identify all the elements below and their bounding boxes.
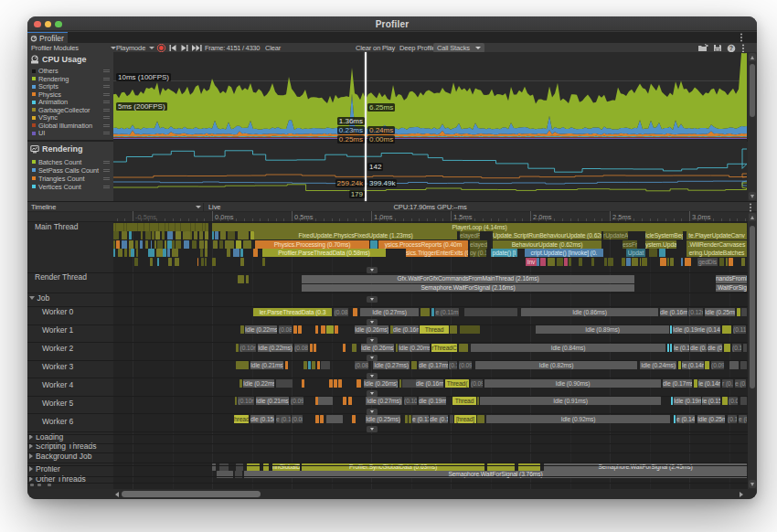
timeline-bar-behaviourupdate-0-62ms[interactable]: BehaviourUpdate (0.62ms) (493, 240, 601, 249)
timeline-bar-0-08[interactable]: (0.08 (334, 308, 348, 316)
timeline-bar[interactable] (303, 361, 307, 369)
expand-thread-button[interactable] (367, 337, 378, 344)
legend-drag-grip-icon[interactable] (103, 169, 110, 172)
timeline-bar[interactable] (219, 240, 223, 249)
timeline-bar[interactable] (670, 344, 672, 352)
timeline-bar[interactable] (564, 258, 568, 266)
timeline-bar[interactable] (604, 258, 607, 266)
timeline-bar[interactable] (302, 379, 304, 388)
timeline-bar[interactable] (213, 240, 218, 249)
timeline-bar[interactable] (321, 325, 325, 334)
timeline-bar-semaphore-waitforsignal-2-16ms[interactable]: Semaphore.WaitForSignal (2.16ms) (302, 284, 634, 293)
expand-thread-button[interactable] (367, 267, 378, 273)
timeline-bar[interactable] (197, 258, 199, 266)
timeline-bar[interactable] (370, 240, 378, 249)
scrollbar-thumb[interactable] (750, 64, 755, 117)
timeline-bar[interactable] (238, 231, 249, 239)
timeline-bar[interactable] (212, 231, 214, 239)
timeline-bar-te-playerupdatecanv[interactable]: te.PlayerUpdateCanv (687, 231, 747, 239)
timeline-bar-0-09[interactable]: (0.09 (471, 379, 483, 388)
timeline-bar[interactable] (357, 379, 361, 388)
timeline-bar[interactable] (402, 379, 416, 388)
expand-thread-button[interactable] (367, 319, 378, 325)
legend-drag-grip-icon[interactable] (103, 78, 110, 80)
timeline-bar[interactable] (321, 361, 330, 369)
previous-frame-button[interactable] (168, 44, 177, 52)
window-titlebar[interactable]: Profiler (27, 16, 757, 31)
timeline-bar-r-0-10r[interactable]: r (0.10r (722, 379, 733, 388)
timeline-bar-0-08[interactable]: (0.08 (279, 325, 292, 334)
legend-drag-grip-icon[interactable] (103, 85, 110, 88)
timeline-bar[interactable] (176, 240, 181, 249)
legend-drag-grip-icon[interactable] (103, 186, 110, 188)
timeline-bar-idle-0-19ms[interactable]: Idle (0.19ms) (674, 397, 701, 405)
timeline-bar-idle-0-91ms[interactable]: Idle (0.91ms) (480, 397, 661, 405)
timeline-bar[interactable] (660, 258, 666, 266)
timeline-vertical-scrollbar[interactable] (748, 212, 757, 489)
timeline-bar-idle-0-22ms[interactable]: Idle (0.22ms) (245, 325, 277, 334)
timeline-bar-cript-update-invoke-0[interactable]: cript.Update() [Invoke] (0. (525, 249, 603, 257)
timeline-bar[interactable] (192, 240, 197, 249)
legend-drag-grip-icon[interactable] (103, 93, 110, 96)
timeline-bar-willrendercanvases[interactable]: .WillRenderCanvases (687, 240, 747, 249)
charts-vertical-scrollbar[interactable] (748, 52, 757, 201)
timeline-bar-idle-0-27ms[interactable]: Idle (0.27ms) (360, 308, 419, 316)
scroll-down-button[interactable] (749, 480, 756, 488)
timeline-bar[interactable] (157, 240, 163, 249)
timeline-bar-ysics-processreports-0-40m[interactable]: ysics.ProcessReports (0.40m (378, 240, 468, 249)
timeline-bar[interactable] (175, 258, 179, 266)
timeline-bar[interactable] (205, 231, 208, 239)
timeline-bar[interactable] (157, 258, 159, 266)
timeline-bar[interactable] (308, 361, 311, 369)
legend-drag-grip-icon[interactable] (103, 69, 110, 72)
timeline-bar[interactable] (722, 397, 728, 405)
timeline-tracks[interactable]: Main ThreadRender ThreadJobWorker 0Worke… (27, 222, 757, 489)
scrollbar-thumb[interactable] (750, 226, 755, 388)
timeline-bar-inv[interactable]: Inv (526, 258, 537, 266)
timeline-bar[interactable] (148, 249, 154, 257)
legend-drag-grip-icon[interactable] (103, 101, 110, 103)
timeline-bar[interactable] (671, 397, 673, 405)
timeline-bar-idle-0-25ms[interactable]: Idle (0.25ms) (705, 308, 735, 316)
timeline-bar-0-10[interactable]: (0.10) (404, 397, 417, 405)
timeline-bar[interactable] (240, 249, 243, 257)
timeline-bar[interactable] (205, 249, 208, 257)
timeline-bar[interactable] (145, 240, 148, 249)
scroll-up-button[interactable] (749, 53, 756, 61)
expand-thread-button[interactable] (367, 373, 378, 379)
timeline-bar[interactable] (726, 258, 728, 266)
timeline-bar-0-12m[interactable]: (0.12m (688, 308, 703, 316)
timeline-bar-idle-0-25ms[interactable]: Idle (0.25ms) (697, 415, 725, 423)
timeline-bar[interactable] (151, 240, 153, 249)
timeline-bar[interactable] (118, 249, 123, 257)
timeline-bar-0-08[interactable]: (0.08 (729, 397, 738, 405)
timeline-bar-idle-0-27ms[interactable]: Idle (0.27ms) (366, 397, 402, 405)
timeline-bar-ystem-update[interactable]: ystem.Update (645, 240, 676, 249)
tab-profiler[interactable]: Profiler (27, 32, 68, 43)
timeline-bar-dle-0-16ms[interactable]: dle (0.16ms (660, 308, 687, 316)
expand-thread-button[interactable] (367, 390, 378, 397)
timeline-bar-e-0-11m[interactable]: e (0.11m (435, 308, 459, 316)
timeline-bar-rthreadc[interactable]: rThreadC (431, 344, 457, 352)
timeline-bar[interactable] (236, 361, 249, 369)
timeline-bar[interactable] (233, 249, 239, 257)
timeline-bar-dle-0-16ms[interactable]: dle (0.16ms (430, 415, 448, 423)
timeline-bar-waitforsig[interactable]: .WaitForSig (716, 284, 747, 293)
timeline-bar[interactable] (150, 258, 154, 266)
timeline-bar[interactable] (396, 344, 398, 352)
timeline-bar-0-08[interactable]: (0.08 (355, 361, 368, 369)
cpu-module-header[interactable]: CPU Usage (27, 54, 113, 65)
rendering-module-header[interactable]: Rendering (27, 144, 113, 154)
timeline-bar-0-11m[interactable]: (0.11m (733, 325, 746, 334)
timeline-bar-idle-0-26ms[interactable]: Idle (0.26ms) (355, 325, 388, 334)
timeline-bar[interactable] (205, 240, 208, 249)
timeline-bar[interactable] (155, 231, 160, 239)
timeline-bar[interactable] (315, 415, 319, 423)
timeline-bar-idle-0-26ms[interactable]: Idle (0.26ms) (361, 344, 394, 352)
timeline-bar-e-0-11m[interactable]: e (0.11m (735, 379, 746, 388)
legend-item-rendering-vertices-count[interactable]: Vertices Count (27, 183, 113, 191)
timeline-bar-thread[interactable]: Thread( (445, 379, 469, 388)
timeline-bar-idle-0-90ms[interactable]: Idle (0.90ms) (484, 379, 661, 388)
timeline-bar[interactable] (431, 308, 434, 316)
timeline-bar-0-12m[interactable]: (0.12m (449, 361, 457, 369)
